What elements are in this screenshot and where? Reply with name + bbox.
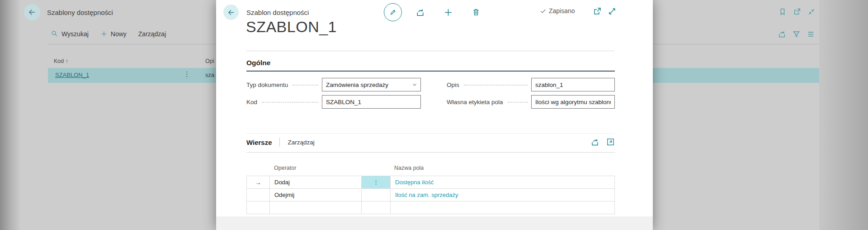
operator-cell[interactable]: Dodaj — [270, 176, 362, 188]
toolbar-separator — [279, 138, 280, 147]
sort-ascending-icon: ↑ — [66, 58, 68, 64]
doc-type-combobox[interactable] — [322, 78, 421, 91]
lines-toolbar-divider — [246, 152, 615, 153]
search-icon — [51, 30, 58, 38]
row-context-menu-icon[interactable]: ⋮ — [362, 176, 391, 188]
operator-cell[interactable] — [270, 201, 362, 214]
background-back-button[interactable] — [24, 4, 40, 20]
general-group-heading[interactable]: Ogólne — [246, 59, 270, 67]
code-field[interactable] — [322, 95, 421, 109]
background-page-title: Szablony dostępności — [47, 9, 113, 16]
lines-manage-action[interactable]: Zarządzaj — [288, 139, 315, 146]
filter-icon[interactable] — [792, 30, 801, 38]
share-record-icon[interactable] — [415, 8, 425, 17]
code-label: Kod — [246, 99, 257, 105]
dotted-leader — [292, 85, 318, 86]
desc-field[interactable] — [531, 78, 615, 91]
operator-cell[interactable]: Odejmij — [270, 189, 362, 201]
title-divider — [246, 51, 615, 51]
dotted-leader — [262, 102, 318, 103]
share-icon[interactable] — [590, 138, 599, 147]
row-context-menu-icon[interactable]: ⋮ — [184, 70, 190, 78]
grid-row-3[interactable] — [246, 201, 615, 214]
background-column-code[interactable]: Kod ↑ — [54, 58, 68, 64]
lines-group-heading[interactable]: Wiersze — [246, 139, 272, 146]
share-icon[interactable] — [778, 30, 786, 38]
app-window: Szablony dostępności Wyszukaj Nowy Zarzą… — [0, 0, 868, 230]
pencil-icon — [389, 8, 397, 16]
lines-grid: → Dodaj ⋮ Dostępna ilość Odejmij Ilość n… — [246, 176, 615, 214]
custom-caption-field[interactable] — [531, 95, 615, 109]
row-context-menu-cell[interactable] — [362, 201, 391, 214]
row-indicator — [246, 189, 270, 201]
save-status: Zapisano — [540, 7, 575, 14]
open-in-new-window-icon[interactable] — [593, 7, 602, 16]
saved-label: Zapisano — [549, 7, 575, 14]
left-shadow — [0, 0, 21, 230]
custom-caption-label: Własna etykieta pola — [447, 99, 503, 105]
record-title: SZABLON_1 — [246, 18, 337, 36]
bookmark-icon[interactable] — [778, 8, 787, 16]
check-icon — [540, 8, 547, 14]
focus-mode-icon[interactable] — [606, 138, 615, 147]
background-column-desc[interactable]: Opi — [205, 58, 214, 64]
dotted-leader — [464, 85, 528, 86]
toggle-edit-button[interactable] — [384, 3, 402, 21]
section-divider — [246, 133, 615, 134]
modal-footer-strip — [216, 216, 653, 230]
list-options-icon[interactable] — [807, 30, 815, 38]
background-new-action[interactable]: Nowy — [100, 30, 127, 38]
grid-column-operator[interactable]: Operator — [274, 165, 296, 171]
expand-icon[interactable] — [608, 7, 617, 16]
background-row-code-link[interactable]: SZABLON_1 — [55, 72, 89, 78]
modal-caption: Szablon dostępności — [246, 9, 309, 16]
new-record-icon[interactable] — [443, 8, 453, 17]
general-group-underline — [246, 71, 615, 72]
row-indicator — [246, 201, 270, 214]
background-manage-action[interactable]: Zarządzaj — [138, 30, 166, 38]
modal-back-button[interactable] — [223, 5, 239, 20]
collapse-icon[interactable] — [807, 8, 816, 16]
doc-type-label: Typ dokumentu — [246, 81, 288, 88]
arrow-left-icon — [28, 8, 37, 17]
row-context-menu-cell[interactable] — [362, 189, 391, 201]
plus-icon — [100, 30, 108, 38]
open-in-new-window-icon[interactable] — [793, 8, 801, 16]
arrow-left-icon — [227, 8, 236, 17]
field-name-link[interactable]: Dostępna ilość — [395, 179, 434, 186]
background-row-desc: sza — [205, 72, 214, 78]
card-dialog: Szablon dostępności — [216, 0, 653, 230]
dotted-leader — [508, 102, 528, 103]
grid-column-field-name[interactable]: Nazwa pola — [394, 165, 424, 171]
desc-label: Opis — [447, 81, 459, 88]
background-search-action[interactable]: Wyszukaj — [51, 30, 89, 38]
grid-row-2[interactable]: Odejmij Ilość na zam. sprzedaży — [246, 189, 615, 201]
right-page-margin — [819, 0, 868, 230]
grid-row-1[interactable]: → Dodaj ⋮ Dostępna ilość — [246, 176, 615, 189]
active-row-indicator: → — [246, 176, 270, 188]
field-name-link[interactable]: Ilość na zam. sprzedaży — [395, 192, 458, 198]
delete-record-icon[interactable] — [472, 8, 481, 17]
